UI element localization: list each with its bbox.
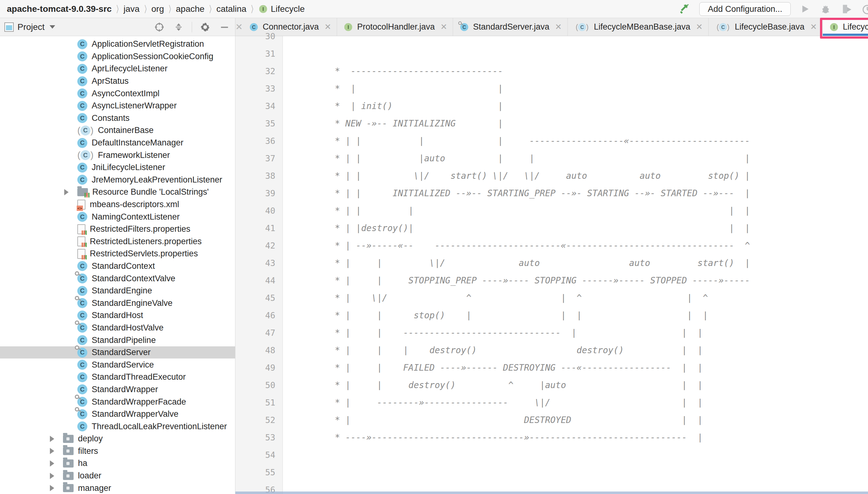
folder-icon — [63, 472, 74, 480]
tree-item-standardthreadexecutor[interactable]: CStandardThreadExecutor — [0, 371, 235, 383]
project-panel-title[interactable]: Project — [17, 22, 44, 32]
line-number: 35 — [235, 119, 283, 128]
tree-item-defaultinstancemanager[interactable]: CDefaultInstanceManager — [0, 137, 235, 149]
expand-arrow-icon[interactable] — [46, 485, 59, 491]
build-hammer-icon[interactable] — [679, 3, 691, 15]
tree-item-resource-bundle-localstrings[interactable]: Resource Bundle 'LocalStrings' — [0, 186, 235, 198]
tree-item-label: AsyncListenerWrapper — [92, 101, 177, 111]
tree-item-filters[interactable]: filters — [0, 445, 235, 458]
tree-item-label: filters — [78, 446, 98, 456]
tree-item-deploy[interactable]: deploy — [0, 433, 235, 445]
tree-item-jnilifecyclelistener[interactable]: CJniLifecycleListener — [0, 162, 235, 174]
tree-item-standardhostvalve[interactable]: CStandardHostValve — [0, 322, 235, 334]
key-badge-icon — [75, 296, 79, 300]
tree-item-asynccontextimpl[interactable]: CAsyncContextImpl — [0, 87, 235, 100]
tree-item-restrictedfilters-properties[interactable]: RestrictedFilters.properties — [0, 223, 235, 235]
tree-item-restrictedlisteners-properties[interactable]: RestrictedListeners.properties — [0, 235, 235, 248]
editor-line: 30 — [235, 27, 868, 45]
debug-icon[interactable] — [819, 3, 832, 15]
expand-arrow-icon[interactable] — [46, 473, 59, 479]
add-configuration-button[interactable]: Add Configuration... — [699, 2, 791, 16]
run-icon[interactable] — [799, 3, 811, 15]
profiler-icon[interactable] — [861, 3, 868, 15]
class-icon: C — [77, 101, 87, 111]
tree-item-applicationsessioncookieconfig[interactable]: CApplicationSessionCookieConfig — [0, 51, 235, 63]
expand-arrow-icon[interactable] — [46, 436, 59, 442]
tree-item-constants[interactable]: CConstants — [0, 112, 235, 125]
line-number: 30 — [235, 32, 283, 41]
properties-file-icon — [77, 249, 86, 259]
line-number: 31 — [235, 49, 283, 59]
editor-line: 49 * | | FAILED ----»------ DESTROYING -… — [235, 359, 868, 376]
class-icon: C — [77, 384, 87, 394]
tree-item-label: RestrictedFilters.properties — [90, 224, 191, 234]
tree-item-ha[interactable]: ha — [0, 457, 235, 470]
key-badge-icon — [75, 321, 79, 325]
code-text: * | | stop() | | | | | — [283, 310, 708, 321]
resource-bundle-icon — [77, 188, 88, 196]
breadcrumb-segment[interactable]: ILifecycle — [258, 4, 305, 14]
line-number: 42 — [235, 241, 283, 250]
line-number: 50 — [235, 380, 283, 390]
locate-icon[interactable] — [153, 21, 166, 33]
tree-item-standardwrapperfacade[interactable]: CStandardWrapperFacade — [0, 396, 235, 408]
tree-item-standardserver[interactable]: CStandardServer — [0, 346, 235, 359]
tree-item-restrictedservlets-properties[interactable]: RestrictedServlets.properties — [0, 248, 235, 260]
tree-item-asynclistenerwrapper[interactable]: CAsyncListenerWrapper — [0, 100, 235, 112]
hide-panel-icon[interactable] — [218, 21, 231, 33]
breadcrumb-segment[interactable]: apache-tomcat-9.0.39-src — [7, 4, 112, 14]
tree-item-standardcontext[interactable]: CStandardContext — [0, 260, 235, 272]
code-text: * | | |auto | | | — [283, 153, 750, 164]
breadcrumb-segment[interactable]: java — [124, 4, 139, 14]
run-with-coverage-icon[interactable] — [840, 3, 852, 15]
tree-item-mbeans-descriptors-xml[interactable]: mbeans-descriptors.xml — [0, 198, 235, 211]
expand-arrow-icon[interactable] — [46, 448, 59, 454]
code-text: * | DESTROYED | | — [283, 415, 703, 425]
editor-line: 45 * | \|/ ^ | ^ | ^ — [235, 289, 868, 306]
tree-item-standardwrapper[interactable]: CStandardWrapper — [0, 383, 235, 396]
chevron-down-icon[interactable] — [50, 25, 55, 28]
tree-item-aprlifecyclelistener[interactable]: CAprLifecycleListener — [0, 63, 235, 75]
tree-item-containerbase[interactable]: (C)ContainerBase — [0, 124, 235, 137]
expand-arrow-icon[interactable] — [46, 460, 59, 467]
project-tree[interactable]: CApplicationServletRegistrationCApplicat… — [0, 36, 235, 494]
tree-item-manager[interactable]: manager — [0, 482, 235, 494]
code-text: * | | — [283, 83, 503, 94]
tree-item-label: StandardHost — [92, 310, 143, 320]
line-number: 47 — [235, 328, 283, 338]
code-text: * | --»-----«-- ------------------------… — [283, 241, 750, 251]
tree-item-jrememoryleakpreventionlistener[interactable]: CJreMemoryLeakPreventionListener — [0, 174, 235, 186]
tree-item-frameworklistener[interactable]: (C)FrameworkListener — [0, 149, 235, 162]
code-text: * | \|/ ^ | ^ | ^ — [283, 293, 708, 303]
line-number: 45 — [235, 293, 283, 303]
breadcrumb-segment[interactable]: org — [151, 4, 164, 14]
breadcrumb-segment[interactable]: catalina — [216, 4, 247, 14]
tree-item-threadlocalleakpreventionlistener[interactable]: CThreadLocalLeakPreventionListener — [0, 420, 235, 433]
key-badge-icon — [75, 395, 79, 399]
tree-item-standardwrappervalve[interactable]: CStandardWrapperValve — [0, 408, 235, 420]
tree-item-label: StandardContextValve — [92, 274, 175, 283]
expand-arrow-icon[interactable] — [60, 189, 73, 195]
tree-item-loader[interactable]: loader — [0, 470, 235, 482]
tree-item-standardservice[interactable]: CStandardService — [0, 359, 235, 371]
code-text: * | --------»---------------- \|/ | | — [283, 397, 703, 408]
tree-item-standardenginevalve[interactable]: CStandardEngineValve — [0, 297, 235, 309]
editor-bottom-scrollbar[interactable] — [235, 492, 868, 494]
settings-gear-icon[interactable] — [199, 21, 211, 33]
editor-line: 53 * ----»-----------------------------»… — [235, 429, 868, 446]
editor-line: 37 * | | |auto | | | — [235, 150, 868, 167]
tree-item-standardcontextvalve[interactable]: CStandardContextValve — [0, 272, 235, 285]
tree-item-applicationservletregistration[interactable]: CApplicationServletRegistration — [0, 38, 235, 51]
editor-pane[interactable]: 303132 * -----------------------------33… — [235, 36, 868, 494]
class-icon: C — [77, 273, 87, 283]
editor-line: 31 — [235, 45, 868, 62]
tree-item-namingcontextlistener[interactable]: CNamingContextListener — [0, 211, 235, 223]
tree-item-label: ApplicationSessionCookieConfig — [92, 52, 213, 61]
tree-item-standardhost[interactable]: CStandardHost — [0, 309, 235, 322]
tree-item-aprstatus[interactable]: CAprStatus — [0, 75, 235, 88]
tree-item-label: StandardPipeline — [92, 336, 156, 345]
tree-item-standardpipeline[interactable]: CStandardPipeline — [0, 334, 235, 346]
breadcrumb-segment[interactable]: apache — [176, 4, 204, 14]
collapse-all-icon[interactable] — [173, 21, 185, 33]
tree-item-standardengine[interactable]: CStandardEngine — [0, 285, 235, 297]
